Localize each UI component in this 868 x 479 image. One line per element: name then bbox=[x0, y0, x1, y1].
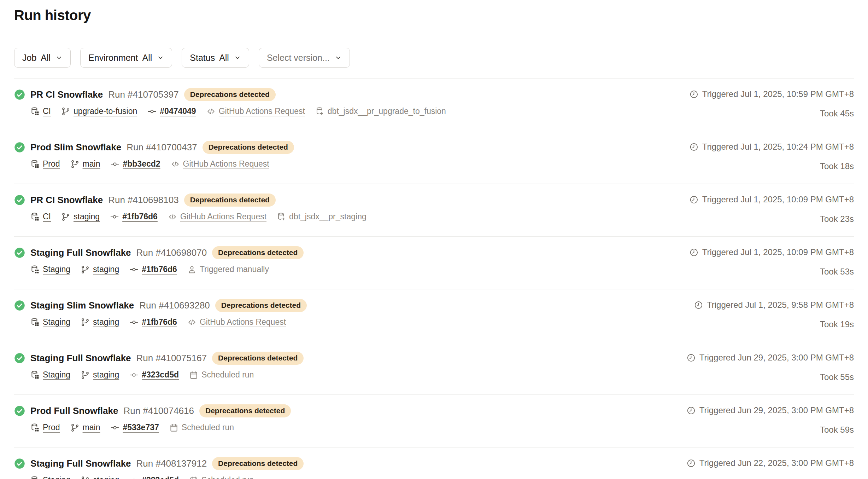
run-history-row[interactable]: PR CI Snowflake Run #410698103 Deprecati… bbox=[14, 184, 854, 237]
run-number: Run #410700437 bbox=[127, 142, 197, 153]
job-name-link[interactable]: Staging Full Snowflake bbox=[30, 353, 131, 364]
run-history-row[interactable]: PR CI Snowflake Run #410705397 Deprecati… bbox=[14, 79, 854, 131]
run-history-row[interactable]: Staging Slim Snowflake Run #410693280 De… bbox=[14, 289, 854, 342]
run-history-row[interactable]: Staging Full Snowflake Run #410075167 De… bbox=[14, 342, 854, 395]
chevron-down-icon bbox=[55, 54, 63, 61]
code-icon bbox=[187, 318, 197, 327]
trigger-meta: GitHub Actions Request bbox=[168, 212, 266, 221]
branch-link[interactable]: staging bbox=[93, 317, 119, 327]
environment-link[interactable]: CI bbox=[43, 106, 51, 116]
git-branch-icon bbox=[70, 423, 80, 432]
branch-link[interactable]: staging bbox=[93, 265, 119, 274]
git-branch-icon bbox=[70, 160, 80, 169]
commit-meta: #1fb76d6 bbox=[129, 265, 177, 274]
run-title-line: Staging Slim Snowflake Run #410693280 De… bbox=[14, 299, 307, 312]
job-name-link[interactable]: Staging Full Snowflake bbox=[30, 458, 131, 469]
status-filter-dropdown[interactable]: Status All bbox=[182, 48, 249, 68]
deprecations-badge: Deprecations detected bbox=[184, 194, 276, 207]
run-history-row[interactable]: Prod Full Snowflake Run #410074616 Depre… bbox=[14, 395, 854, 448]
run-history-row[interactable]: Staging Full Snowflake Run #410698070 De… bbox=[14, 237, 854, 289]
clock-icon bbox=[690, 195, 698, 204]
trigger-link[interactable]: GitHub Actions Request bbox=[219, 106, 305, 116]
environment-meta: Prod bbox=[30, 423, 60, 432]
chevron-down-icon bbox=[234, 54, 241, 61]
environment-link[interactable]: Staging bbox=[43, 265, 70, 274]
version-select-dropdown[interactable]: Select version... bbox=[259, 48, 350, 68]
environment-link[interactable]: Staging bbox=[43, 475, 70, 479]
deprecations-badge: Deprecations detected bbox=[212, 246, 304, 259]
branch-link[interactable]: staging bbox=[74, 212, 100, 221]
commit-icon bbox=[129, 265, 139, 274]
commit-link[interactable]: #323cd5d bbox=[142, 370, 179, 380]
schema-meta: dbt_jsdx__pr_upgrade_to_fusion bbox=[315, 106, 446, 116]
schema-meta: dbt_jsdx__pr_staging bbox=[277, 212, 366, 221]
run-success-icon bbox=[14, 195, 25, 206]
triggered-at: Triggered Jun 29, 2025, 3:00 PM GMT+8 bbox=[687, 405, 854, 415]
job-name-link[interactable]: Prod Full Snowflake bbox=[30, 405, 118, 416]
commit-link[interactable]: #0474049 bbox=[160, 106, 196, 116]
environment-filter-value: All bbox=[142, 53, 152, 63]
trigger-link[interactable]: GitHub Actions Request bbox=[200, 317, 286, 327]
run-timing: Triggered Jun 29, 2025, 3:00 PM GMT+8 To… bbox=[687, 352, 854, 382]
run-success-icon bbox=[14, 300, 25, 311]
branch-link[interactable]: upgrade-to-fusion bbox=[74, 106, 137, 116]
environment-meta: CI bbox=[30, 212, 51, 221]
run-history-row[interactable]: Staging Full Snowflake Run #408137912 De… bbox=[14, 448, 854, 479]
run-success-icon bbox=[14, 458, 25, 469]
job-filter-dropdown[interactable]: Job All bbox=[14, 48, 71, 68]
commit-meta: #1fb76d6 bbox=[110, 212, 158, 221]
run-meta-line: Prod main #bb3ecd2 bbox=[30, 159, 294, 169]
deprecations-badge: Deprecations detected bbox=[203, 141, 294, 154]
commit-link[interactable]: #bb3ecd2 bbox=[123, 159, 160, 169]
environment-filter-dropdown[interactable]: Environment All bbox=[80, 48, 172, 68]
schema-icon bbox=[315, 107, 324, 116]
environment-link[interactable]: CI bbox=[43, 212, 51, 221]
run-title-line: Prod Slim Snowflake Run #410700437 Depre… bbox=[14, 141, 294, 154]
triggered-at-text: Triggered Jul 1, 2025, 10:24 PM GMT+8 bbox=[702, 142, 854, 152]
commit-link[interactable]: #323cd5d bbox=[142, 475, 179, 479]
run-main: Prod Full Snowflake Run #410074616 Depre… bbox=[14, 404, 291, 432]
branch-link[interactable]: staging bbox=[93, 370, 119, 380]
job-name-link[interactable]: PR CI Snowflake bbox=[30, 195, 103, 206]
run-history-row[interactable]: Prod Slim Snowflake Run #410700437 Depre… bbox=[14, 131, 854, 184]
job-name-link[interactable]: Staging Slim Snowflake bbox=[30, 300, 134, 311]
triggered-at-text: Triggered Jun 29, 2025, 3:00 PM GMT+8 bbox=[699, 353, 854, 363]
schema-label: dbt_jsdx__pr_upgrade_to_fusion bbox=[328, 106, 446, 116]
environment-icon bbox=[30, 318, 40, 327]
trigger-meta: Triggered manually bbox=[187, 265, 269, 274]
run-meta-line: Staging staging #1fb76d6 bbox=[30, 265, 304, 274]
job-name-link[interactable]: Prod Slim Snowflake bbox=[30, 142, 121, 153]
environment-filter-label: Environment bbox=[88, 53, 138, 63]
commit-link[interactable]: #533e737 bbox=[123, 423, 159, 432]
environment-icon bbox=[30, 265, 40, 274]
commit-link[interactable]: #1fb76d6 bbox=[142, 265, 177, 274]
environment-icon bbox=[30, 476, 40, 479]
environment-link[interactable]: Staging bbox=[43, 370, 70, 380]
trigger-link[interactable]: GitHub Actions Request bbox=[183, 159, 269, 169]
commit-link[interactable]: #1fb76d6 bbox=[142, 317, 177, 327]
calendar-icon bbox=[189, 476, 198, 479]
branch-link[interactable]: staging bbox=[93, 475, 119, 479]
commit-icon bbox=[129, 318, 139, 327]
environment-link[interactable]: Prod bbox=[43, 159, 60, 169]
triggered-at: Triggered Jul 1, 2025, 10:24 PM GMT+8 bbox=[690, 142, 854, 152]
branch-link[interactable]: main bbox=[83, 423, 100, 432]
triggered-at-text: Triggered Jul 1, 2025, 10:09 PM GMT+8 bbox=[702, 247, 854, 257]
environment-link[interactable]: Prod bbox=[43, 423, 60, 432]
deprecations-badge: Deprecations detected bbox=[212, 352, 304, 365]
run-meta-line: CI upgrade-to-fusion #0474049 bbox=[30, 106, 446, 116]
triggered-at: Triggered Jul 1, 2025, 10:09 PM GMT+8 bbox=[690, 247, 854, 257]
git-branch-icon bbox=[61, 212, 70, 221]
branch-link[interactable]: main bbox=[83, 159, 100, 169]
commit-link[interactable]: #1fb76d6 bbox=[122, 212, 158, 221]
run-title-line: PR CI Snowflake Run #410698103 Deprecati… bbox=[14, 194, 366, 207]
run-number: Run #410075167 bbox=[136, 353, 207, 364]
git-branch-icon bbox=[81, 476, 90, 479]
deprecations-badge: Deprecations detected bbox=[212, 457, 304, 470]
schema-icon bbox=[277, 212, 286, 221]
environment-link[interactable]: Staging bbox=[43, 317, 70, 327]
job-name-link[interactable]: Staging Full Snowflake bbox=[30, 247, 131, 258]
job-name-link[interactable]: PR CI Snowflake bbox=[30, 89, 103, 100]
trigger-link[interactable]: GitHub Actions Request bbox=[180, 212, 266, 221]
code-icon bbox=[168, 212, 177, 221]
